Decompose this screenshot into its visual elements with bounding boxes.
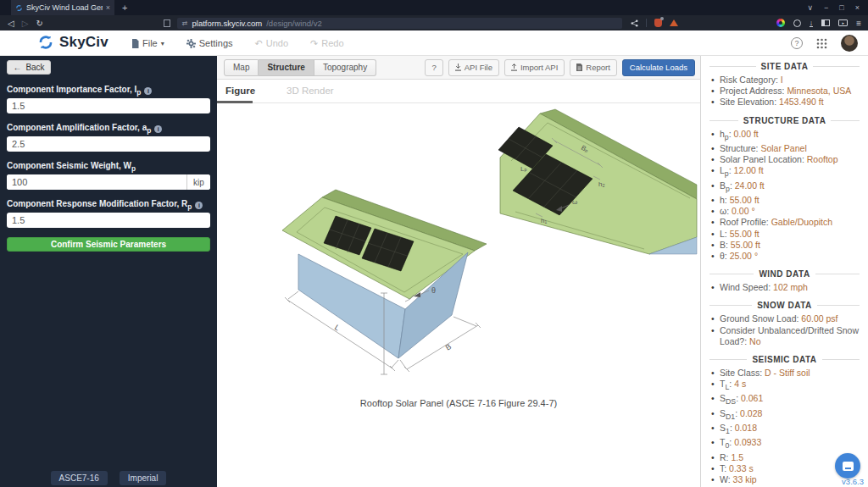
data-item: Roof Profile: Gable/Duopitch [709,217,860,228]
section-title: WIND DATA [709,269,860,279]
field-label-amplification: Component Amplification Factor, api [7,123,210,136]
data-item: W: 33 kip [709,474,860,485]
upload-icon [511,64,517,71]
shield-extension-icon[interactable] [654,19,662,27]
section-title: STRUCTURE DATA [709,116,860,125]
response-mod-input[interactable] [7,213,210,228]
figure-canvas: L B θ [217,103,700,415]
data-item: Risk Category: I [709,75,860,86]
chat-bubble-button[interactable] [835,453,860,479]
section-items: hp: 0.00 ftStructure: Solar PanelSolar P… [709,129,860,263]
tab-structure[interactable]: Structure [259,59,314,76]
tab-figure[interactable]: Figure [225,86,255,96]
new-tab-icon[interactable]: + [122,0,127,15]
menu-settings[interactable]: Settings [186,38,233,48]
api-file-button[interactable]: API File [448,59,499,76]
dim-label-h1: h₁ [541,217,547,224]
menu-undo[interactable]: ↶ Undo [255,38,289,49]
dim-label-Lp: Lₚ [520,165,527,173]
dim-label-omega: ω [572,198,577,206]
importance-factor-input[interactable] [7,98,210,113]
browser-chat-icon[interactable] [793,19,801,27]
main-area: Map Structure Topography ? API File Impo… [217,56,700,487]
figure-area: L B θ [217,103,700,487]
tab-3d-render[interactable]: 3D Render [287,86,334,96]
forward-icon[interactable]: ▷ [22,19,29,28]
bookmark-icon[interactable] [164,19,170,27]
data-item: SDS: 0.061 [709,393,860,407]
menu-file[interactable]: File ▾ [131,38,164,48]
share-icon[interactable] [631,19,638,27]
chevron-down-icon: ▾ [161,40,164,47]
dim-label-B: B [444,342,453,352]
confirm-seismic-button[interactable]: Confirm Seismic Parameters [7,237,210,252]
window-restore-icon[interactable]: □ [839,3,843,12]
section-title: SNOW DATA [709,301,860,310]
menu-redo[interactable]: ↷ Redo [310,38,344,49]
info-icon[interactable]: i [195,202,203,209]
dim-label-theta: θ [431,286,436,295]
window-minimize-icon[interactable]: − [824,3,828,12]
window-menu-icon[interactable]: ∨ [807,3,813,12]
tab-map[interactable]: Map [224,59,259,76]
data-item: S1: 0.018 [709,423,860,437]
section-items: Risk Category: IProject Address: Minneso… [709,75,860,108]
skyciv-logo[interactable]: SkyCiv [37,34,108,51]
downloads-icon[interactable]: ↓ [810,19,814,27]
url-host: platform.skyciv.com [192,19,263,28]
triangle-extension-icon[interactable] [670,19,678,26]
back-icon[interactable]: ◁ [8,19,14,28]
undo-icon: ↶ [255,38,263,49]
unit-label: kip [186,174,210,190]
report-button[interactable]: Report [570,59,617,76]
section-title: SITE DATA [709,62,860,71]
browser-navbar: ◁ ▷ ↻ ⇄ platform.skyciv.com/design/wind/… [0,15,868,30]
data-item: SD1: 0.028 [709,408,860,423]
amplification-factor-input[interactable] [7,136,210,152]
data-item: hp: 0.00 ft [709,129,860,143]
back-button[interactable]: ← Back [7,60,51,75]
field-label-seismic-weight: Component Seismic Weight, Wp [7,161,210,174]
data-item: Lp: 12.00 ft [709,165,860,180]
side-panel-icon[interactable] [821,19,830,26]
info-icon[interactable]: i [144,87,152,95]
toolbar-help-button[interactable]: ? [425,59,442,76]
right-panel-sections: SITE DATARisk Category: IProject Address… [709,62,860,487]
info-icon[interactable]: i [154,125,162,133]
data-item: h: 55.00 ft [709,195,860,206]
design-code-chip[interactable]: ASCE7-16 [51,471,108,485]
download-icon [455,64,461,71]
avatar[interactable] [841,35,858,52]
data-item: ω: 0.00 ° [709,206,860,217]
data-item: Project Address: Minnesota, USA [709,86,860,97]
browser-tab[interactable]: SkyCiv Wind Load Generat × [11,0,114,15]
address-bar[interactable]: ⇄ platform.skyciv.com/design/wind/v2 [177,18,622,29]
data-item: B: 55.00 ft [709,240,860,251]
units-chip[interactable]: Imperial [120,471,167,485]
site-info-icon[interactable]: ⇄ [182,19,188,27]
data-item: Structure: Solar Panel [709,143,860,154]
data-item: Site Class: D - Stiff soil [709,368,860,379]
calculate-loads-button[interactable]: Calculate Loads [622,59,695,76]
data-item: Ground Snow Load: 60.00 psf [709,313,860,324]
window-close-icon[interactable]: × [855,3,860,12]
browser-tab-title: SkyCiv Wind Load Generat [26,3,103,12]
seismic-weight-input[interactable] [7,174,186,190]
redo-icon: ↷ [310,38,318,49]
browser-menu-icon[interactable]: ≡ [856,19,861,28]
left-sidebar: ← Back Component Importance Factor, Ipi … [0,56,217,487]
tab-topography[interactable]: Topography [314,59,376,76]
app-header: SkyCiv File ▾ Settings ↶ Undo ↷ Redo ? [0,30,868,56]
data-item: Bp: 24.00 ft [709,180,860,195]
data-item: T0: 0.0933 [709,437,860,451]
right-panel: SITE DATARisk Category: IProject Address… [700,56,868,487]
video-popout-icon[interactable]: ▸ [838,19,848,26]
tab-close-icon[interactable]: × [106,3,110,12]
apps-grid-icon[interactable] [816,38,827,49]
import-api-button[interactable]: Import API [504,59,565,76]
help-icon[interactable]: ? [791,37,803,49]
data-item: Consider Unbalanced/Drifted Snow Load?: … [709,325,860,347]
color-wheel-icon[interactable] [776,19,785,27]
reload-icon[interactable]: ↻ [36,19,42,28]
seismic-weight-field: kip [7,174,210,190]
